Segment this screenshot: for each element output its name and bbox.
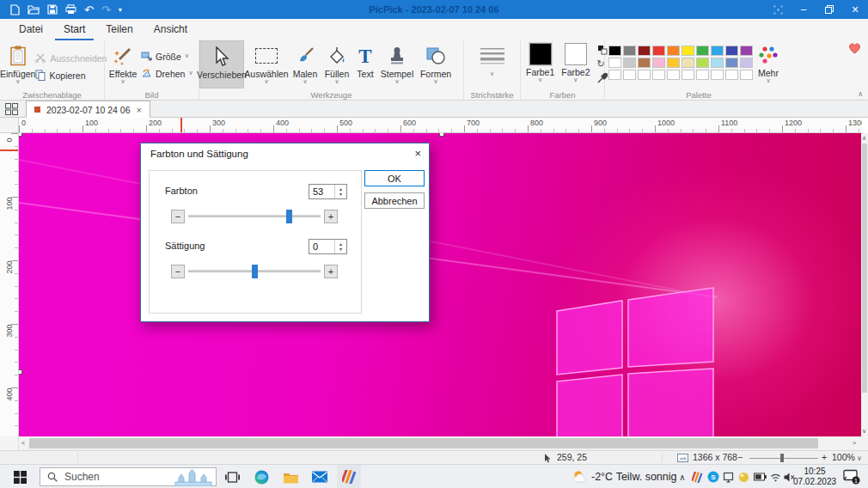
- tab-start[interactable]: Start: [55, 20, 94, 40]
- line-width-icon[interactable]: [480, 47, 505, 64]
- resize-handle-top-left[interactable]: [19, 133, 22, 137]
- vscroll-thumb[interactable]: [862, 143, 867, 393]
- zoom-level-value[interactable]: 100%: [832, 452, 855, 462]
- resize-handle-left-middle[interactable]: [19, 369, 22, 375]
- cancel-button[interactable]: Abbrechen: [364, 192, 425, 209]
- zoom-in-button[interactable]: +: [822, 452, 827, 462]
- mail-button[interactable]: [308, 465, 332, 488]
- skype-tray-icon[interactable]: S: [706, 465, 720, 488]
- palette-swatch[interactable]: [667, 58, 680, 68]
- palette-swatch[interactable]: [696, 58, 709, 68]
- palette-row-1[interactable]: [608, 46, 753, 56]
- horizontal-scrollbar[interactable]: < >: [0, 436, 868, 450]
- close-button[interactable]: ×: [842, 0, 868, 19]
- resize-handle-top-center[interactable]: [439, 133, 444, 137]
- more-colors-button[interactable]: Mehr ∨: [753, 42, 784, 83]
- battery-tray-icon[interactable]: [752, 465, 767, 488]
- palette-swatch[interactable]: [711, 58, 724, 68]
- display-tray-icon[interactable]: [721, 465, 736, 488]
- zoom-slider-thumb[interactable]: [780, 454, 784, 462]
- move-tool-button[interactable]: Verschieben: [199, 40, 244, 88]
- palette-swatch[interactable]: [711, 70, 724, 80]
- paste-button[interactable]: Einfügen ∨: [0, 42, 35, 84]
- palette-row-3[interactable]: [608, 70, 753, 80]
- stamp-tool-button[interactable]: Stempel ∨: [378, 40, 416, 84]
- palette-swatch[interactable]: [608, 58, 621, 68]
- palette-swatch[interactable]: [623, 70, 636, 80]
- saturation-minus-button[interactable]: −: [171, 265, 185, 278]
- palette-swatch[interactable]: [740, 58, 753, 68]
- hue-plus-button[interactable]: +: [324, 210, 338, 223]
- palette-swatch[interactable]: [740, 46, 753, 56]
- restore-button[interactable]: [816, 0, 842, 19]
- saturation-spinbox[interactable]: 0 ▴▾: [309, 239, 347, 254]
- palette-swatch[interactable]: [667, 46, 680, 56]
- zoom-dropdown-icon[interactable]: ∨: [857, 454, 862, 462]
- tab-ansicht[interactable]: Ansicht: [145, 20, 196, 40]
- palette-swatch[interactable]: [682, 70, 694, 80]
- palette-swatch[interactable]: [652, 58, 665, 68]
- spin-down-icon[interactable]: ▾: [339, 247, 342, 252]
- resize-button[interactable]: Größe ∨: [141, 47, 193, 64]
- collapse-ribbon-icon[interactable]: ∧: [858, 90, 863, 98]
- palette-swatch[interactable]: [623, 58, 636, 68]
- zoom-slider-track[interactable]: [749, 458, 818, 459]
- task-view-button[interactable]: [220, 465, 244, 488]
- file-explorer-button[interactable]: [278, 465, 303, 488]
- notification-center-button[interactable]: 1: [838, 465, 865, 488]
- color1-button[interactable]: Farbe1 ∨: [526, 43, 554, 82]
- scroll-up-icon[interactable]: ∧: [862, 135, 866, 142]
- palette-swatch[interactable]: [608, 70, 621, 80]
- palette-swatch[interactable]: [608, 46, 621, 56]
- hscroll-thumb[interactable]: [29, 438, 818, 448]
- palette-swatch[interactable]: [638, 70, 651, 80]
- ok-button[interactable]: OK: [364, 170, 425, 186]
- palette-swatch[interactable]: [725, 46, 738, 56]
- cut-button[interactable]: Ausschneiden: [35, 49, 107, 66]
- fill-tool-button[interactable]: Füllen ∨: [321, 40, 352, 84]
- saturation-slider-thumb[interactable]: [252, 265, 258, 278]
- spin-down-icon[interactable]: ▾: [339, 192, 342, 197]
- palette-swatch[interactable]: [740, 70, 753, 80]
- network-tray-icon[interactable]: [768, 465, 782, 488]
- assistant-tray-icon[interactable]: [737, 465, 751, 488]
- text-tool-button[interactable]: T Text: [352, 40, 378, 79]
- picpick-app-button[interactable]: [337, 465, 361, 488]
- select-tool-button[interactable]: Auswählen ∨: [244, 40, 289, 84]
- arrange-windows-icon[interactable]: [5, 103, 18, 115]
- scroll-left-icon[interactable]: <: [21, 440, 25, 447]
- palette-swatch[interactable]: [696, 70, 709, 80]
- tab-teilen[interactable]: Teilen: [97, 20, 141, 40]
- tray-expand-icon[interactable]: ∧: [675, 465, 689, 488]
- saturation-plus-button[interactable]: +: [324, 265, 338, 278]
- palette-swatch[interactable]: [682, 58, 694, 68]
- palette-swatch[interactable]: [667, 70, 680, 80]
- tab-close-icon[interactable]: ×: [137, 105, 142, 115]
- edge-browser-button[interactable]: [249, 465, 273, 488]
- copy-button[interactable]: Kopieren: [35, 66, 107, 83]
- hue-slider-thumb[interactable]: [286, 210, 292, 223]
- palette-swatch[interactable]: [725, 58, 738, 68]
- feedback-heart-icon[interactable]: [848, 42, 861, 54]
- paint-tool-button[interactable]: Malen ∨: [289, 40, 321, 84]
- tab-datei[interactable]: Datei: [10, 20, 52, 40]
- scroll-down-icon[interactable]: ∨: [862, 428, 866, 435]
- document-tab[interactable]: 2023-02-07 10 24 06 ×: [26, 101, 150, 118]
- search-input[interactable]: Suchen: [40, 467, 217, 486]
- start-button[interactable]: [0, 465, 40, 488]
- effects-button[interactable]: Effekte ∨: [105, 42, 141, 84]
- rotate-button[interactable]: Drehen ∨: [141, 64, 193, 82]
- shapes-tool-button[interactable]: Formen ∨: [416, 40, 455, 84]
- taskbar-clock[interactable]: 10:25 07.02.2023: [795, 465, 834, 488]
- palette-swatch[interactable]: [711, 46, 724, 56]
- weather-button[interactable]: [571, 465, 591, 488]
- zoom-out-button[interactable]: −: [737, 452, 743, 462]
- picpick-tray-icon[interactable]: [690, 465, 705, 488]
- palette-swatch[interactable]: [638, 46, 651, 56]
- palette-swatch[interactable]: [638, 58, 651, 68]
- palette-swatch[interactable]: [696, 46, 709, 56]
- hue-spinbox[interactable]: 53 ▴▾: [309, 184, 347, 199]
- chevron-down-icon[interactable]: ∨: [490, 71, 494, 76]
- capture-mode-icon[interactable]: [765, 0, 791, 19]
- color2-button[interactable]: Farbe2 ∨: [561, 43, 590, 82]
